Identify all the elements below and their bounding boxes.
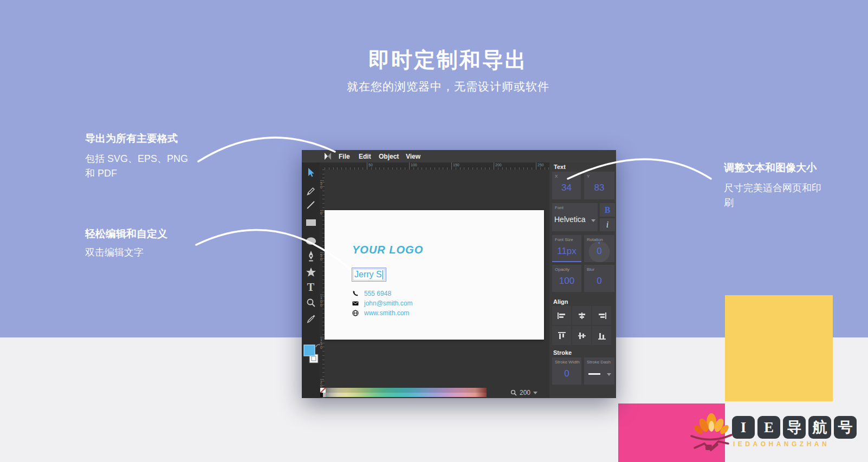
toolbar: T xyxy=(302,162,320,398)
annotation-export-heading: 导出为所有主要格式 xyxy=(85,132,193,146)
ruler-mark: 100 xyxy=(320,295,324,307)
horizontal-ruler: 50 100 150 200 250 xyxy=(320,162,549,170)
annotation-edit-heading: 轻松编辑和自定义 xyxy=(85,227,204,241)
tool-eyedropper-button[interactable] xyxy=(302,313,320,326)
handshake-hands xyxy=(705,445,712,450)
align-center-vertical-button[interactable] xyxy=(572,326,591,345)
y-value: 83 xyxy=(584,183,614,193)
card-email: john@smith.com xyxy=(364,300,413,307)
rectangle-icon xyxy=(306,218,316,227)
ruler-mark: 50 xyxy=(320,180,324,189)
bold-button[interactable]: B xyxy=(600,203,615,217)
magnifier-icon xyxy=(306,298,316,308)
card-logo-text[interactable]: YOUR LOGO xyxy=(352,244,423,256)
italic-button[interactable]: i xyxy=(600,218,615,231)
pen-nib-icon xyxy=(306,250,316,262)
annotation-resize-body: 尺寸完美适合网页和印刷 xyxy=(724,181,830,210)
brand-lotus-logo xyxy=(689,410,734,456)
canvas-area[interactable]: 50 100 150 200 250 50 0 50 100 150 200 Y… xyxy=(320,162,549,398)
ruler-mark: 50 xyxy=(320,252,324,261)
annotation-resize: 调整文本和图像大小 尺寸完美适合网页和印刷 xyxy=(724,161,830,210)
stroke-width-field[interactable]: Stroke Width 0 xyxy=(552,357,581,385)
card-phone: 555 6948 xyxy=(364,290,391,297)
page: 即时定制和导出 就在您的浏览器中，无需设计师或软件 导出为所有主要格式 包括 S… xyxy=(0,0,868,462)
ruler-mark: 100 xyxy=(409,162,417,170)
tool-text-button[interactable]: T xyxy=(302,281,320,294)
font-size-field[interactable]: Font Size 11px xyxy=(552,235,581,262)
vertical-ruler: 50 0 50 100 150 200 xyxy=(320,170,325,398)
no-color-swatch[interactable] xyxy=(320,388,326,397)
brand-subtext: IEDAOHANGZHAN xyxy=(733,440,830,448)
palette-gradient[interactable] xyxy=(326,388,487,397)
decor-yellow-block xyxy=(725,295,833,401)
tool-pencil-button[interactable] xyxy=(302,184,320,197)
annotation-edit: 轻松编辑和自定义 双击编辑文字 xyxy=(85,227,204,260)
y-field[interactable]: Y 83 xyxy=(584,172,614,199)
rotation-value: 0 xyxy=(584,246,614,257)
business-card[interactable]: YOUR LOGO Jerry S 555 6948 john@smith.co… xyxy=(325,210,544,340)
align-right-button[interactable] xyxy=(592,306,611,325)
menu-item-file[interactable]: File xyxy=(339,153,350,160)
tool-zoom-button[interactable] xyxy=(302,296,320,309)
x-field[interactable]: X 34 xyxy=(552,172,581,199)
contact-email-row[interactable]: john@smith.com xyxy=(352,299,413,308)
color-indicator[interactable] xyxy=(303,344,319,369)
page-title: 即时定制和导出 xyxy=(368,45,528,75)
y-label: Y xyxy=(587,174,590,179)
tool-star-button[interactable] xyxy=(302,265,320,278)
x-value: 34 xyxy=(552,183,581,193)
line-icon xyxy=(306,200,316,210)
ruler-mark: 50 xyxy=(367,162,373,170)
tool-ellipse-button[interactable] xyxy=(302,235,320,248)
align-top-button[interactable] xyxy=(552,326,571,345)
menu-item-edit[interactable]: Edit xyxy=(359,153,371,160)
zoom-dropdown-icon[interactable] xyxy=(533,392,537,394)
tool-line-button[interactable] xyxy=(302,198,320,211)
x-label: X xyxy=(555,174,558,179)
align-buttons xyxy=(552,306,611,345)
align-bottom-button[interactable] xyxy=(592,326,611,345)
app-logo-icon xyxy=(324,152,332,160)
menu-item-object[interactable]: Object xyxy=(379,153,399,160)
select-cursor-icon xyxy=(306,167,316,178)
phone-icon xyxy=(352,290,359,297)
rotation-field[interactable]: Rotation 0 xyxy=(584,235,614,262)
name-textbox[interactable]: Jerry S xyxy=(352,268,386,282)
opacity-field[interactable]: Opacity 100 xyxy=(552,265,581,292)
tool-select-button[interactable] xyxy=(302,166,320,179)
text-tool-icon: T xyxy=(307,282,314,292)
blur-field[interactable]: Blur 0 xyxy=(584,265,614,292)
contact-website-row[interactable]: www.smith.com xyxy=(352,309,409,317)
stroke-width-label: Stroke Width xyxy=(555,360,580,365)
font-size-label: Font Size xyxy=(555,237,573,242)
tool-pen-button[interactable] xyxy=(302,250,320,263)
color-palette[interactable] xyxy=(320,388,487,397)
font-dropdown-icon[interactable] xyxy=(591,219,595,222)
menu-item-view[interactable]: View xyxy=(406,153,420,160)
blur-label: Blur xyxy=(587,267,594,272)
rotation-dial-dot xyxy=(598,242,600,244)
globe-icon xyxy=(352,310,359,316)
contact-phone-row[interactable]: 555 6948 xyxy=(352,289,391,298)
email-icon xyxy=(352,300,359,307)
ruler-mark: 150 xyxy=(320,337,324,349)
star-icon xyxy=(306,267,316,277)
brand-stamp: E xyxy=(757,416,780,439)
opacity-value: 100 xyxy=(552,276,581,287)
align-center-horizontal-button[interactable] xyxy=(572,306,591,325)
brand-stamp: 导 xyxy=(783,416,806,439)
zoom-control[interactable]: 200 xyxy=(510,389,537,396)
align-left-button[interactable] xyxy=(552,306,571,325)
stroke-dash-preview xyxy=(588,373,600,375)
annotation-export: 导出为所有主要格式 包括 SVG、EPS、PNG 和 PDF xyxy=(85,132,193,181)
stroke-dash-dropdown-icon[interactable] xyxy=(607,373,611,376)
font-select[interactable]: Font Helvetica xyxy=(552,203,598,231)
tool-rectangle-button[interactable] xyxy=(302,216,320,229)
fill-color-swatch xyxy=(303,344,315,356)
brand-stamp: I xyxy=(732,416,755,439)
annotation-export-body: 包括 SVG、EPS、PNG 和 PDF xyxy=(85,152,193,181)
annotation-edit-body: 双击编辑文字 xyxy=(85,245,204,260)
stroke-dash-select[interactable]: Stroke Dash xyxy=(584,357,614,385)
font-label: Font xyxy=(555,205,563,210)
stroke-width-value: 0 xyxy=(552,368,581,379)
